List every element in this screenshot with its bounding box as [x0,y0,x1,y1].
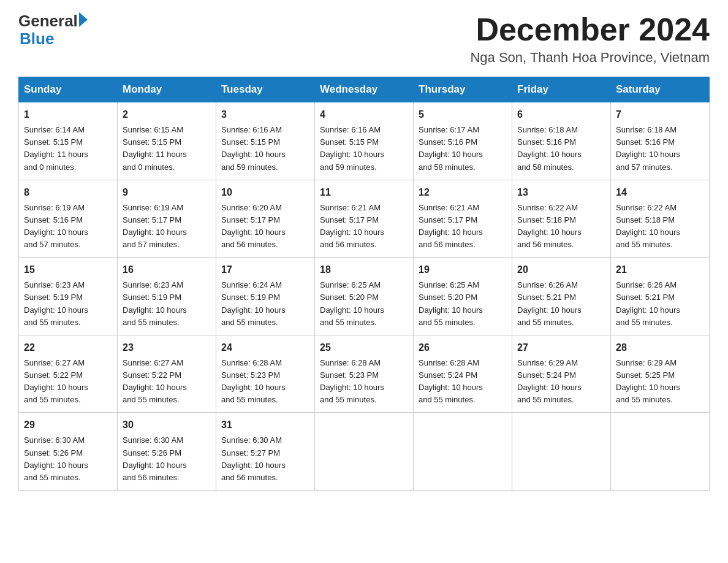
header: General Blue December 2024 Nga Son, Than… [18,12,710,66]
calendar-day-cell [611,413,710,491]
calendar-week-row: 29 Sunrise: 6:30 AMSunset: 5:26 PMDaylig… [19,413,710,491]
day-number: 11 [320,185,408,200]
day-info: Sunrise: 6:24 AMSunset: 5:19 PMDaylight:… [221,280,286,326]
day-info: Sunrise: 6:21 AMSunset: 5:17 PMDaylight:… [419,203,483,249]
calendar-day-cell: 22 Sunrise: 6:27 AMSunset: 5:22 PMDaylig… [19,335,118,413]
day-number: 21 [616,262,704,277]
day-number: 22 [24,340,112,355]
day-number: 16 [123,262,211,277]
weekday-header-row: SundayMondayTuesdayWednesdayThursdayFrid… [19,77,710,102]
day-number: 4 [320,107,408,122]
month-year-title: December 2024 [470,12,710,47]
calendar-week-row: 1 Sunrise: 6:14 AMSunset: 5:15 PMDayligh… [19,102,710,180]
day-number: 18 [320,262,408,277]
day-info: Sunrise: 6:26 AMSunset: 5:21 PMDaylight:… [616,280,680,326]
logo-blue-text: Blue [20,30,88,48]
calendar-day-cell: 31 Sunrise: 6:30 AMSunset: 5:27 PMDaylig… [216,413,315,491]
calendar-day-cell [414,413,512,491]
day-info: Sunrise: 6:27 AMSunset: 5:22 PMDaylight:… [24,358,88,404]
calendar-day-cell [512,413,611,491]
day-number: 15 [24,262,112,277]
calendar-day-cell [315,413,414,491]
day-info: Sunrise: 6:16 AMSunset: 5:15 PMDaylight:… [320,125,384,171]
calendar-day-cell: 10 Sunrise: 6:20 AMSunset: 5:17 PMDaylig… [216,180,315,258]
day-number: 1 [24,107,112,122]
day-info: Sunrise: 6:26 AMSunset: 5:21 PMDaylight:… [517,280,582,326]
weekday-header-tuesday: Tuesday [216,77,315,102]
calendar-day-cell: 19 Sunrise: 6:25 AMSunset: 5:20 PMDaylig… [414,258,512,335]
calendar-day-cell: 28 Sunrise: 6:29 AMSunset: 5:25 PMDaylig… [611,335,710,413]
day-info: Sunrise: 6:29 AMSunset: 5:24 PMDaylight:… [517,358,582,404]
day-info: Sunrise: 6:23 AMSunset: 5:19 PMDaylight:… [123,280,187,326]
day-number: 10 [221,185,309,200]
day-number: 14 [616,185,704,200]
calendar-day-cell: 8 Sunrise: 6:19 AMSunset: 5:16 PMDayligh… [19,180,118,258]
day-info: Sunrise: 6:22 AMSunset: 5:18 PMDaylight:… [517,203,582,249]
calendar-day-cell: 9 Sunrise: 6:19 AMSunset: 5:17 PMDayligh… [118,180,216,258]
day-number: 5 [419,107,507,122]
day-number: 29 [24,418,112,432]
calendar-week-row: 22 Sunrise: 6:27 AMSunset: 5:22 PMDaylig… [19,335,710,413]
calendar-week-row: 8 Sunrise: 6:19 AMSunset: 5:16 PMDayligh… [19,180,710,258]
calendar-day-cell: 23 Sunrise: 6:27 AMSunset: 5:22 PMDaylig… [118,335,216,413]
day-number: 27 [517,340,605,355]
calendar-week-row: 15 Sunrise: 6:23 AMSunset: 5:19 PMDaylig… [19,258,710,335]
calendar-day-cell: 20 Sunrise: 6:26 AMSunset: 5:21 PMDaylig… [512,258,611,335]
day-number: 19 [419,262,507,277]
calendar-day-cell: 26 Sunrise: 6:28 AMSunset: 5:24 PMDaylig… [414,335,512,413]
weekday-header-sunday: Sunday [19,77,118,102]
weekday-header-friday: Friday [512,77,611,102]
day-number: 20 [517,262,605,277]
calendar-day-cell: 30 Sunrise: 6:30 AMSunset: 5:26 PMDaylig… [118,413,216,491]
calendar-day-cell: 13 Sunrise: 6:22 AMSunset: 5:18 PMDaylig… [512,180,611,258]
calendar-day-cell: 12 Sunrise: 6:21 AMSunset: 5:17 PMDaylig… [414,180,512,258]
day-number: 8 [24,185,112,200]
day-info: Sunrise: 6:21 AMSunset: 5:17 PMDaylight:… [320,203,384,249]
day-number: 7 [616,107,704,122]
calendar-day-cell: 5 Sunrise: 6:17 AMSunset: 5:16 PMDayligh… [414,102,512,180]
weekday-header-thursday: Thursday [414,77,512,102]
calendar-day-cell: 11 Sunrise: 6:21 AMSunset: 5:17 PMDaylig… [315,180,414,258]
day-number: 30 [123,418,211,432]
day-number: 3 [221,107,309,122]
day-info: Sunrise: 6:19 AMSunset: 5:17 PMDaylight:… [123,203,187,249]
calendar-day-cell: 25 Sunrise: 6:28 AMSunset: 5:23 PMDaylig… [315,335,414,413]
location-subtitle: Nga Son, Thanh Hoa Province, Vietnam [470,50,710,66]
day-info: Sunrise: 6:28 AMSunset: 5:23 PMDaylight:… [221,358,286,404]
calendar-day-cell: 7 Sunrise: 6:18 AMSunset: 5:16 PMDayligh… [611,102,710,180]
weekday-header-wednesday: Wednesday [315,77,414,102]
weekday-header-monday: Monday [118,77,216,102]
day-number: 12 [419,185,507,200]
day-info: Sunrise: 6:18 AMSunset: 5:16 PMDaylight:… [517,125,582,171]
calendar-day-cell: 24 Sunrise: 6:28 AMSunset: 5:23 PMDaylig… [216,335,315,413]
day-info: Sunrise: 6:30 AMSunset: 5:27 PMDaylight:… [221,435,286,481]
day-number: 2 [123,107,211,122]
day-info: Sunrise: 6:14 AMSunset: 5:15 PMDaylight:… [24,125,88,171]
logo: General Blue [18,12,88,47]
calendar-day-cell: 18 Sunrise: 6:25 AMSunset: 5:20 PMDaylig… [315,258,414,335]
day-info: Sunrise: 6:23 AMSunset: 5:19 PMDaylight:… [24,280,88,326]
calendar-day-cell: 21 Sunrise: 6:26 AMSunset: 5:21 PMDaylig… [611,258,710,335]
calendar-day-cell: 14 Sunrise: 6:22 AMSunset: 5:18 PMDaylig… [611,180,710,258]
day-number: 23 [123,340,211,355]
day-info: Sunrise: 6:28 AMSunset: 5:23 PMDaylight:… [320,358,384,404]
weekday-header-saturday: Saturday [611,77,710,102]
day-info: Sunrise: 6:19 AMSunset: 5:16 PMDaylight:… [24,203,88,249]
logo-arrow-icon [79,12,88,27]
calendar-day-cell: 29 Sunrise: 6:30 AMSunset: 5:26 PMDaylig… [19,413,118,491]
day-number: 17 [221,262,309,277]
day-info: Sunrise: 6:20 AMSunset: 5:17 PMDaylight:… [221,203,286,249]
day-info: Sunrise: 6:30 AMSunset: 5:26 PMDaylight:… [24,435,88,481]
day-info: Sunrise: 6:18 AMSunset: 5:16 PMDaylight:… [616,125,680,171]
day-info: Sunrise: 6:28 AMSunset: 5:24 PMDaylight:… [419,358,483,404]
calendar-day-cell: 27 Sunrise: 6:29 AMSunset: 5:24 PMDaylig… [512,335,611,413]
calendar-day-cell: 2 Sunrise: 6:15 AMSunset: 5:15 PMDayligh… [118,102,216,180]
day-info: Sunrise: 6:25 AMSunset: 5:20 PMDaylight:… [419,280,483,326]
calendar-day-cell: 1 Sunrise: 6:14 AMSunset: 5:15 PMDayligh… [19,102,118,180]
calendar-day-cell: 16 Sunrise: 6:23 AMSunset: 5:19 PMDaylig… [118,258,216,335]
day-number: 6 [517,107,605,122]
title-area: December 2024 Nga Son, Thanh Hoa Provinc… [470,12,710,66]
calendar-day-cell: 6 Sunrise: 6:18 AMSunset: 5:16 PMDayligh… [512,102,611,180]
day-info: Sunrise: 6:22 AMSunset: 5:18 PMDaylight:… [616,203,680,249]
calendar-day-cell: 3 Sunrise: 6:16 AMSunset: 5:15 PMDayligh… [216,102,315,180]
